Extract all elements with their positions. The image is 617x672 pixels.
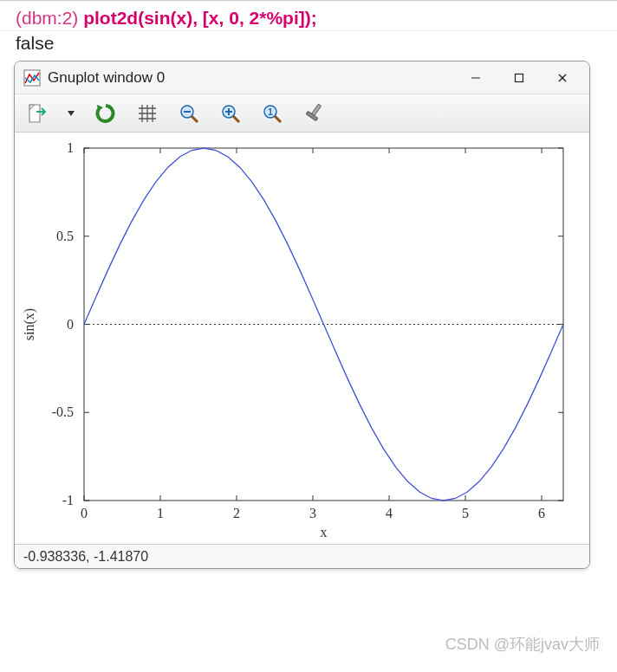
titlebar[interactable]: Gnuplot window 0 bbox=[15, 61, 589, 94]
svg-text:-1: -1 bbox=[62, 493, 74, 507]
plot-canvas: -1-0.500.510123456xsin(x) bbox=[15, 132, 589, 544]
settings-button[interactable] bbox=[301, 100, 327, 126]
command-text: plot2d(sin(x), [x, 0, 2*%pi]); bbox=[83, 8, 317, 28]
reload-button[interactable] bbox=[93, 100, 119, 126]
zoom-out-button[interactable] bbox=[176, 100, 202, 126]
svg-text:1: 1 bbox=[67, 140, 74, 155]
svg-text:x: x bbox=[321, 525, 328, 540]
svg-text:3: 3 bbox=[309, 506, 316, 520]
prompt-label: (dbm:2) bbox=[16, 8, 78, 28]
command-input-area: (dbm:2) plot2d(sin(x), [x, 0, 2*%pi]); bbox=[0, 0, 617, 31]
export-button[interactable] bbox=[23, 100, 49, 126]
svg-text:5: 5 bbox=[462, 506, 469, 520]
svg-marker-6 bbox=[97, 105, 103, 112]
svg-line-22 bbox=[275, 116, 281, 122]
export-dropdown-icon[interactable] bbox=[65, 100, 77, 126]
svg-text:6: 6 bbox=[538, 506, 545, 520]
window-controls bbox=[454, 62, 584, 94]
watermark: CSDN @环能jvav大师 bbox=[445, 634, 600, 655]
svg-rect-2 bbox=[516, 74, 523, 81]
svg-line-19 bbox=[233, 116, 239, 122]
zoom-reset-button[interactable]: 1 bbox=[259, 100, 285, 126]
window-title: Gnuplot window 0 bbox=[48, 69, 454, 87]
svg-text:0: 0 bbox=[81, 506, 88, 520]
zoom-in-button[interactable] bbox=[218, 100, 244, 126]
svg-text:sin(x): sin(x) bbox=[22, 308, 37, 340]
command-result: false bbox=[0, 31, 617, 57]
svg-text:0: 0 bbox=[67, 317, 74, 332]
svg-text:0.5: 0.5 bbox=[56, 229, 74, 243]
svg-text:-0.5: -0.5 bbox=[52, 404, 74, 419]
close-button[interactable] bbox=[541, 62, 584, 94]
gnuplot-window: Gnuplot window 0 bbox=[14, 61, 590, 569]
svg-marker-5 bbox=[68, 111, 75, 116]
cursor-coordinates: -0.938336, -1.41870 bbox=[23, 549, 148, 565]
svg-text:1: 1 bbox=[268, 107, 273, 117]
app-icon bbox=[23, 69, 41, 87]
svg-text:2: 2 bbox=[233, 506, 240, 520]
maximize-button[interactable] bbox=[497, 62, 541, 94]
svg-text:1: 1 bbox=[157, 506, 164, 520]
status-bar: -0.938336, -1.41870 bbox=[15, 544, 589, 568]
grid-button[interactable] bbox=[134, 100, 160, 126]
plot-area[interactable]: -1-0.500.510123456xsin(x) bbox=[15, 132, 589, 544]
svg-line-15 bbox=[192, 116, 198, 122]
toolbar: 1 bbox=[15, 94, 589, 132]
minimize-button[interactable] bbox=[454, 62, 497, 94]
svg-text:4: 4 bbox=[386, 506, 393, 520]
